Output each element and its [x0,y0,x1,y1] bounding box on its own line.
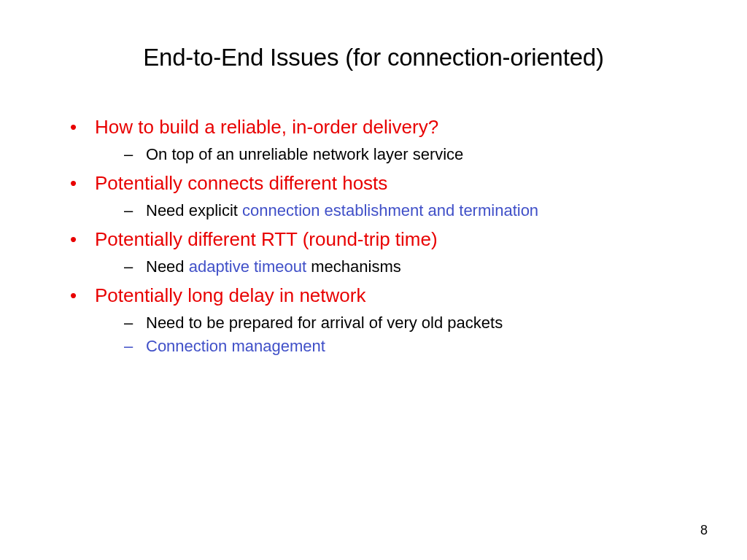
dash-icon: – [124,335,146,357]
sub-list-item: –Connection management [124,335,681,357]
sub-bullet-text: Connection management [146,335,681,357]
sub-list-item: –Need to be prepared for arrival of very… [124,312,681,334]
bullet-icon: • [66,115,95,139]
page-number: 8 [700,523,708,538]
text-span: On top of an unreliable network layer se… [146,145,463,163]
sub-list-item: –Need adaptive timeout mechanisms [124,256,681,278]
dash-icon: – [124,200,146,222]
dash-icon: – [124,144,146,166]
sub-list: –On top of an unreliable network layer s… [124,144,681,166]
sub-list-item: –Need explicit connection establishment … [124,200,681,222]
bullet-row: •Potentially connects different hosts [66,171,681,195]
list-item: •Potentially long delay in network–Need … [66,284,681,357]
text-span: Connection management [146,337,325,355]
sub-bullet-text: Need adaptive timeout mechanisms [146,256,681,278]
sub-list: –Need to be prepared for arrival of very… [124,312,681,357]
text-span: Need [146,257,189,276]
text-span: adaptive timeout [189,257,306,276]
bullet-icon: • [66,228,95,252]
bullet-text: Potentially connects different hosts [95,171,681,195]
sub-list-item: –On top of an unreliable network layer s… [124,144,681,166]
bullet-icon: • [66,284,95,308]
text-span: mechanisms [306,257,401,276]
bullet-list: •How to build a reliable, in-order deliv… [66,115,681,357]
sub-bullet-text: Need to be prepared for arrival of very … [146,312,681,334]
bullet-text: Potentially long delay in network [95,284,681,308]
dash-icon: – [124,256,146,278]
sub-bullet-text: Need explicit connection establishment a… [146,200,681,222]
text-span: connection establishment and termination [242,201,538,219]
bullet-row: •Potentially long delay in network [66,284,681,308]
sub-list: –Need adaptive timeout mechanisms [124,256,681,278]
bullet-text: Potentially different RTT (round-trip ti… [95,228,681,252]
dash-icon: – [124,312,146,334]
text-span: Need to be prepared for arrival of very … [146,314,503,332]
bullet-row: •Potentially different RTT (round-trip t… [66,228,681,252]
list-item: •Potentially connects different hosts–Ne… [66,171,681,222]
bullet-row: •How to build a reliable, in-order deliv… [66,115,681,139]
sub-list: –Need explicit connection establishment … [124,200,681,222]
slide-title: End-to-End Issues (for connection-orient… [66,44,681,71]
list-item: •Potentially different RTT (round-trip t… [66,228,681,278]
text-span: Need explicit [146,201,242,219]
bullet-icon: • [66,171,95,195]
slide: End-to-End Issues (for connection-orient… [0,0,747,560]
list-item: •How to build a reliable, in-order deliv… [66,115,681,166]
sub-bullet-text: On top of an unreliable network layer se… [146,144,681,166]
bullet-text: How to build a reliable, in-order delive… [95,115,681,139]
